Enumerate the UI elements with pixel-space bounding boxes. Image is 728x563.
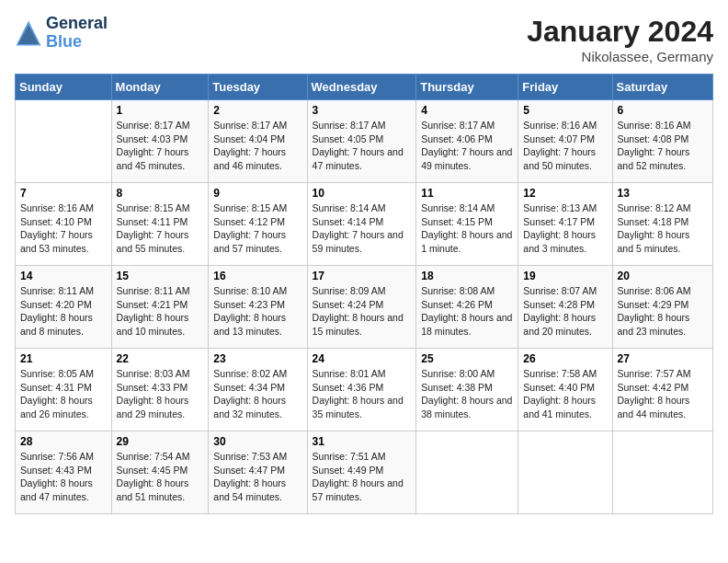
day-detail: Sunrise: 8:17 AMSunset: 4:04 PMDaylight:… [213,119,301,173]
calendar-cell [416,431,518,514]
calendar-cell: 21Sunrise: 8:05 AMSunset: 4:31 PMDayligh… [16,349,112,431]
day-detail: Sunrise: 8:16 AMSunset: 4:08 PMDaylight:… [618,119,708,173]
page-header: General Blue January 2024 Nikolassee, Ge… [15,15,713,64]
calendar-cell: 12Sunrise: 8:13 AMSunset: 4:17 PMDayligh… [518,183,612,266]
calendar-week-row: 28Sunrise: 7:56 AMSunset: 4:43 PMDayligh… [16,431,713,514]
calendar-cell: 17Sunrise: 8:09 AMSunset: 4:24 PMDayligh… [307,266,416,349]
calendar-cell: 10Sunrise: 8:14 AMSunset: 4:14 PMDayligh… [307,183,416,266]
calendar-table: SundayMondayTuesdayWednesdayThursdayFrid… [15,74,713,514]
weekday-header-friday: Friday [518,75,612,100]
calendar-cell: 15Sunrise: 8:11 AMSunset: 4:21 PMDayligh… [111,266,209,349]
day-number: 16 [213,270,301,282]
calendar-cell: 2Sunrise: 8:17 AMSunset: 4:04 PMDaylight… [209,100,307,183]
day-number: 18 [421,270,513,282]
day-detail: Sunrise: 8:02 AMSunset: 4:34 PMDaylight:… [213,367,301,421]
calendar-cell: 28Sunrise: 7:56 AMSunset: 4:43 PMDayligh… [16,431,112,514]
calendar-cell: 31Sunrise: 7:51 AMSunset: 4:49 PMDayligh… [307,431,416,514]
month-title: January 2024 [527,15,713,49]
day-number: 13 [618,187,708,200]
day-number: 2 [213,104,301,117]
calendar-cell: 14Sunrise: 8:11 AMSunset: 4:20 PMDayligh… [16,266,112,349]
day-detail: Sunrise: 7:57 AMSunset: 4:42 PMDaylight:… [618,367,708,421]
logo: General Blue [15,15,108,52]
calendar-cell: 22Sunrise: 8:03 AMSunset: 4:33 PMDayligh… [111,349,209,431]
day-number: 29 [117,435,204,448]
day-detail: Sunrise: 7:53 AMSunset: 4:47 PMDaylight:… [213,450,301,504]
day-number: 5 [523,104,607,117]
calendar-cell: 24Sunrise: 8:01 AMSunset: 4:36 PMDayligh… [307,349,416,431]
calendar-cell: 7Sunrise: 8:16 AMSunset: 4:10 PMDaylight… [16,183,112,266]
day-number: 24 [313,352,412,365]
calendar-cell: 5Sunrise: 8:16 AMSunset: 4:07 PMDaylight… [518,100,612,183]
day-number: 17 [313,270,412,282]
day-detail: Sunrise: 8:13 AMSunset: 4:17 PMDaylight:… [523,201,607,256]
calendar-cell: 27Sunrise: 7:57 AMSunset: 4:42 PMDayligh… [612,349,712,431]
day-detail: Sunrise: 7:54 AMSunset: 4:45 PMDaylight:… [117,450,204,504]
day-detail: Sunrise: 8:11 AMSunset: 4:20 PMDaylight:… [20,284,107,339]
day-detail: Sunrise: 7:56 AMSunset: 4:43 PMDaylight:… [20,450,107,504]
title-block: January 2024 Nikolassee, Germany [527,15,713,64]
day-detail: Sunrise: 8:16 AMSunset: 4:07 PMDaylight:… [523,119,607,173]
calendar-week-row: 14Sunrise: 8:11 AMSunset: 4:20 PMDayligh… [16,266,713,349]
day-number: 3 [313,104,412,117]
weekday-header-tuesday: Tuesday [209,75,307,100]
day-detail: Sunrise: 7:51 AMSunset: 4:49 PMDaylight:… [313,450,412,504]
day-detail: Sunrise: 8:08 AMSunset: 4:26 PMDaylight:… [421,284,513,339]
day-detail: Sunrise: 8:14 AMSunset: 4:15 PMDaylight:… [421,201,513,256]
day-number: 21 [20,352,107,365]
day-number: 26 [523,352,607,365]
day-number: 31 [313,435,412,448]
weekday-header-saturday: Saturday [612,75,712,100]
day-detail: Sunrise: 8:15 AMSunset: 4:11 PMDaylight:… [117,201,204,256]
calendar-week-row: 1Sunrise: 8:17 AMSunset: 4:03 PMDaylight… [16,100,713,183]
calendar-cell [16,100,112,183]
day-number: 4 [421,104,513,117]
day-number: 25 [421,352,513,365]
day-detail: Sunrise: 8:11 AMSunset: 4:21 PMDaylight:… [117,284,204,339]
day-detail: Sunrise: 8:05 AMSunset: 4:31 PMDaylight:… [20,367,107,421]
weekday-header-sunday: Sunday [16,75,112,100]
calendar-cell: 20Sunrise: 8:06 AMSunset: 4:29 PMDayligh… [612,266,712,349]
calendar-cell: 4Sunrise: 8:17 AMSunset: 4:06 PMDaylight… [416,100,518,183]
day-number: 12 [523,187,607,200]
calendar-cell: 11Sunrise: 8:14 AMSunset: 4:15 PMDayligh… [416,183,518,266]
calendar-cell: 23Sunrise: 8:02 AMSunset: 4:34 PMDayligh… [209,349,307,431]
calendar-cell: 25Sunrise: 8:00 AMSunset: 4:38 PMDayligh… [416,349,518,431]
day-number: 10 [313,187,412,200]
calendar-cell: 18Sunrise: 8:08 AMSunset: 4:26 PMDayligh… [416,266,518,349]
day-detail: Sunrise: 8:17 AMSunset: 4:05 PMDaylight:… [313,119,412,173]
day-number: 9 [213,187,301,200]
calendar-cell [612,431,712,514]
weekday-header-row: SundayMondayTuesdayWednesdayThursdayFrid… [16,75,713,100]
day-number: 20 [618,270,708,282]
calendar-week-row: 21Sunrise: 8:05 AMSunset: 4:31 PMDayligh… [16,349,713,431]
calendar-cell: 19Sunrise: 8:07 AMSunset: 4:28 PMDayligh… [518,266,612,349]
logo-icon [15,19,42,47]
day-detail: Sunrise: 8:14 AMSunset: 4:14 PMDaylight:… [313,201,412,256]
day-detail: Sunrise: 8:10 AMSunset: 4:23 PMDaylight:… [213,284,301,339]
day-number: 7 [20,187,107,200]
day-detail: Sunrise: 8:16 AMSunset: 4:10 PMDaylight:… [20,201,107,256]
location: Nikolassee, Germany [527,49,713,64]
calendar-cell: 30Sunrise: 7:53 AMSunset: 4:47 PMDayligh… [209,431,307,514]
calendar-cell: 26Sunrise: 7:58 AMSunset: 4:40 PMDayligh… [518,349,612,431]
calendar-cell: 1Sunrise: 8:17 AMSunset: 4:03 PMDaylight… [111,100,209,183]
day-detail: Sunrise: 8:17 AMSunset: 4:03 PMDaylight:… [117,119,204,173]
day-detail: Sunrise: 8:09 AMSunset: 4:24 PMDaylight:… [313,284,412,339]
day-detail: Sunrise: 8:00 AMSunset: 4:38 PMDaylight:… [421,367,513,421]
day-number: 27 [618,352,708,365]
day-detail: Sunrise: 8:01 AMSunset: 4:36 PMDaylight:… [313,367,412,421]
day-number: 14 [20,270,107,282]
weekday-header-monday: Monday [111,75,209,100]
calendar-cell [518,431,612,514]
calendar-week-row: 7Sunrise: 8:16 AMSunset: 4:10 PMDaylight… [16,183,713,266]
svg-marker-1 [18,25,40,44]
day-detail: Sunrise: 8:07 AMSunset: 4:28 PMDaylight:… [523,284,607,339]
day-detail: Sunrise: 7:58 AMSunset: 4:40 PMDaylight:… [523,367,607,421]
day-number: 8 [117,187,204,200]
logo-text: General Blue [46,15,108,52]
calendar-cell: 6Sunrise: 8:16 AMSunset: 4:08 PMDaylight… [612,100,712,183]
calendar-cell: 16Sunrise: 8:10 AMSunset: 4:23 PMDayligh… [209,266,307,349]
calendar-cell: 29Sunrise: 7:54 AMSunset: 4:45 PMDayligh… [111,431,209,514]
day-detail: Sunrise: 8:03 AMSunset: 4:33 PMDaylight:… [117,367,204,421]
